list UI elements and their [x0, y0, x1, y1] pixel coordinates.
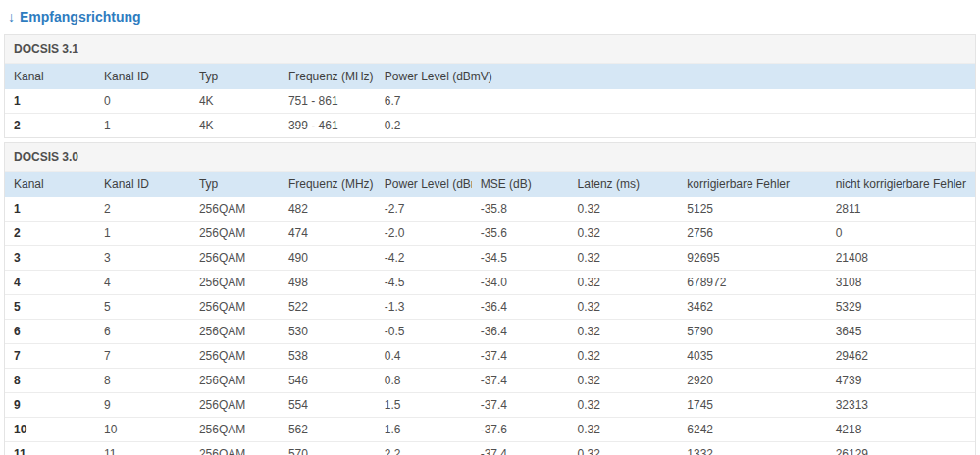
- table-cell: 11: [95, 442, 190, 455]
- table-row: 214K399 - 4610.2: [5, 114, 975, 138]
- column-header: Kanal ID: [95, 64, 190, 89]
- column-header: Typ: [190, 172, 280, 197]
- table-cell: 8: [95, 369, 190, 393]
- table-cell: 4218: [827, 418, 975, 442]
- docsis30-panel: DOCSIS 3.0 KanalKanal IDTypFrequenz (MHz…: [4, 142, 976, 455]
- table-cell: -35.6: [472, 222, 569, 246]
- table-header-row: KanalKanal IDTypFrequenz (MHz)Power Leve…: [5, 64, 975, 89]
- table-cell: 256QAM: [190, 271, 280, 295]
- table-cell: 6: [5, 320, 95, 344]
- column-header: Power Level (dBmV): [376, 64, 975, 89]
- table-row: 104K751 - 8616.7: [5, 89, 975, 114]
- table-cell: 4K: [190, 89, 280, 114]
- column-header: Frequenz (MHz): [280, 64, 376, 89]
- table-cell: 5125: [678, 197, 826, 222]
- table-cell: -4.5: [376, 271, 472, 295]
- table-cell: 256QAM: [190, 197, 280, 222]
- table-cell: -36.4: [472, 295, 569, 320]
- table-cell: -37.4: [472, 344, 569, 369]
- table-cell: 3: [5, 246, 95, 271]
- table-row: 1010256QAM5621.6-37.60.3262424218: [5, 418, 975, 442]
- docsis30-section-title: DOCSIS 3.0: [5, 143, 975, 172]
- page-title: Empfangsrichtung: [20, 9, 141, 25]
- table-cell: 21408: [827, 246, 975, 271]
- table-cell: 522: [280, 295, 376, 320]
- docsis30-table: KanalKanal IDTypFrequenz (MHz)Power Leve…: [5, 172, 975, 455]
- docsis31-panel: DOCSIS 3.1 KanalKanal IDTypFrequenz (MHz…: [4, 34, 976, 138]
- table-cell: 1: [5, 89, 95, 114]
- table-cell: 546: [280, 369, 376, 393]
- table-cell: 570: [280, 442, 376, 455]
- table-cell: -1.3: [376, 295, 472, 320]
- table-row: 88256QAM5460.8-37.40.3229204739: [5, 369, 975, 393]
- table-cell: -4.2: [376, 246, 472, 271]
- table-cell: -36.4: [472, 320, 569, 344]
- table-cell: 530: [280, 320, 376, 344]
- table-cell: 9: [95, 393, 190, 418]
- table-row: 44256QAM498-4.5-34.00.326789723108: [5, 271, 975, 295]
- table-cell: 562: [280, 418, 376, 442]
- table-cell: 256QAM: [190, 442, 280, 455]
- table-cell: 2.2: [376, 442, 472, 455]
- table-cell: 0.32: [569, 320, 679, 344]
- docsis31-section-title: DOCSIS 3.1: [5, 35, 975, 64]
- table-cell: 6242: [678, 418, 826, 442]
- table-cell: 554: [280, 393, 376, 418]
- table-cell: 8: [5, 369, 95, 393]
- table-cell: -35.8: [472, 197, 569, 222]
- table-cell: -37.6: [472, 418, 569, 442]
- column-header: Power Level (dBmV): [376, 172, 472, 197]
- table-cell: -37.4: [472, 442, 569, 455]
- table-cell: 2: [5, 114, 95, 138]
- table-cell: 256QAM: [190, 246, 280, 271]
- table-cell: 474: [280, 222, 376, 246]
- table-row: 99256QAM5541.5-37.40.32174532313: [5, 393, 975, 418]
- table-cell: 5790: [678, 320, 826, 344]
- table-cell: 3462: [678, 295, 826, 320]
- table-cell: 6.7: [376, 89, 975, 114]
- section-toggle-empfangsrichtung[interactable]: ↓ Empfangsrichtung: [8, 9, 141, 25]
- table-cell: 0.4: [376, 344, 472, 369]
- table-cell: 5: [95, 295, 190, 320]
- table-cell: 7: [95, 344, 190, 369]
- table-cell: 498: [280, 271, 376, 295]
- column-header: Kanal ID: [95, 172, 190, 197]
- docsis31-table: KanalKanal IDTypFrequenz (MHz)Power Leve…: [5, 64, 975, 137]
- table-cell: 10: [95, 418, 190, 442]
- table-cell: 490: [280, 246, 376, 271]
- table-cell: 3645: [827, 320, 975, 344]
- table-cell: 4035: [678, 344, 826, 369]
- table-cell: 1: [5, 197, 95, 222]
- table-cell: 1: [95, 114, 190, 138]
- table-cell: 751 - 861: [280, 89, 376, 114]
- table-cell: 0.32: [569, 418, 679, 442]
- table-cell: 92695: [678, 246, 826, 271]
- table-row: 1111256QAM5702.2-37.40.32133226129: [5, 442, 975, 455]
- table-cell: -2.7: [376, 197, 472, 222]
- column-header: Typ: [190, 64, 280, 89]
- table-cell: 256QAM: [190, 344, 280, 369]
- table-cell: 0.32: [569, 271, 679, 295]
- receive-direction-page: ↓ Empfangsrichtung DOCSIS 3.1 KanalKanal…: [0, 0, 980, 455]
- table-cell: 256QAM: [190, 393, 280, 418]
- table-cell: 678972: [678, 271, 826, 295]
- table-cell: -37.4: [472, 393, 569, 418]
- table-cell: 0: [827, 222, 975, 246]
- table-cell: 2756: [678, 222, 826, 246]
- table-cell: 399 - 461: [280, 114, 376, 138]
- table-cell: 0.32: [569, 295, 679, 320]
- table-cell: 10: [5, 418, 95, 442]
- table-cell: 0.32: [569, 344, 679, 369]
- table-cell: 5329: [827, 295, 975, 320]
- table-cell: 1745: [678, 393, 826, 418]
- table-cell: 0: [95, 89, 190, 114]
- table-cell: 32313: [827, 393, 975, 418]
- table-cell: 2920: [678, 369, 826, 393]
- table-cell: 9: [5, 393, 95, 418]
- table-cell: 0.32: [569, 369, 679, 393]
- table-cell: 4739: [827, 369, 975, 393]
- table-cell: -0.5: [376, 320, 472, 344]
- table-cell: -34.5: [472, 246, 569, 271]
- table-cell: 256QAM: [190, 222, 280, 246]
- table-cell: 11: [5, 442, 95, 455]
